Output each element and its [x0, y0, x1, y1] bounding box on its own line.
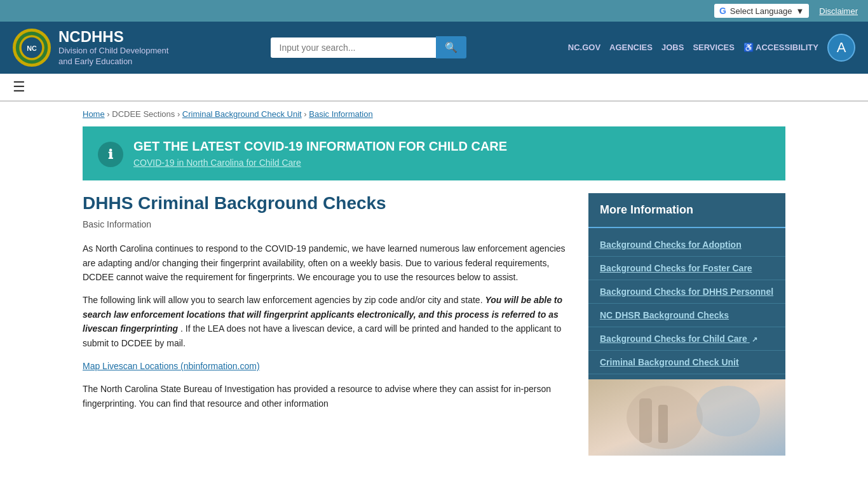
logo-svg: NC [15, 30, 49, 65]
info-banner-content: GET THE LATEST COVID-19 INFORMATION FOR … [133, 139, 507, 168]
paragraph-1: As North Carolina continues to respond t… [83, 241, 569, 284]
list-item: Background Checks for Foster Care [588, 257, 785, 280]
sidebar-link-foster[interactable]: Background Checks for Foster Care [588, 257, 785, 280]
sidebar-link-childcare[interactable]: Background Checks for Child Care ↗ [588, 327, 785, 350]
translate-chevron-icon: ▼ [796, 6, 804, 16]
nav-agencies[interactable]: AGENCIES [609, 43, 653, 52]
paragraph-3: The North Carolina State Bureau of Inves… [83, 382, 569, 410]
org-name: NCDHHS [58, 28, 168, 46]
sidebar: More Information Background Checks for A… [588, 193, 785, 456]
breadcrumb-current[interactable]: Basic Information [309, 109, 372, 119]
info-banner-icon: ℹ [98, 142, 123, 167]
org-subtitle: Division of Child Development and Early … [58, 46, 168, 67]
external-link-icon: ↗ [752, 336, 757, 344]
hamburger-menu-button[interactable]: ☰ [13, 79, 25, 95]
sidebar-link-adoption[interactable]: Background Checks for Adoption [588, 233, 785, 256]
banner-heading: GET THE LATEST COVID-19 INFORMATION FOR … [133, 139, 507, 154]
breadcrumb-sep2: › [177, 109, 182, 119]
search-area: 🔍 [271, 36, 466, 58]
sidebar-link-childcare-label: Background Checks for Child Care [600, 334, 747, 344]
breadcrumb-criminal[interactable]: Criminal Background Check Unit [182, 109, 302, 119]
disclaimer-link[interactable]: Disclaimer [819, 6, 858, 16]
breadcrumb-home[interactable]: Home [83, 109, 105, 119]
svg-text:NC: NC [27, 44, 37, 51]
page-title: DHHS Criminal Background Checks [83, 193, 569, 214]
banner-link[interactable]: COVID-19 in North Carolina for Child Car… [133, 158, 301, 168]
page-subtitle: Basic Information [83, 217, 569, 231]
svg-point-6 [696, 386, 760, 437]
paragraph-map: Map Livescan Locations (nbinformation.co… [83, 359, 569, 373]
sidebar-heading: More Information [588, 193, 785, 228]
header: NC NCDHHS Division of Child Development … [0, 22, 868, 74]
accessibility-icon: A [837, 39, 846, 56]
list-item: Background Checks for Adoption [588, 233, 785, 257]
logo: NC [13, 29, 51, 67]
search-button[interactable]: 🔍 [436, 36, 466, 58]
paragraph-2-pre: The following link will allow you to sea… [83, 295, 483, 305]
nav-accessibility-link[interactable]: ♿ ACCESSIBILITY [743, 43, 818, 52]
sidebar-link-unit[interactable]: Criminal Background Check Unit [588, 351, 785, 374]
nav-jobs[interactable]: JOBS [661, 43, 684, 52]
sidebar-link-foster-label: Background Checks for Foster Care [600, 263, 752, 273]
breadcrumb: Home › DCDEE Sections › Criminal Backgro… [0, 102, 868, 126]
org-subtitle-line2: and Early Education [58, 57, 132, 66]
nav-ncgov[interactable]: NC.GOV [568, 43, 600, 52]
info-banner: ℹ GET THE LATEST COVID-19 INFORMATION FO… [83, 126, 785, 180]
sidebar-link-dhsr[interactable]: NC DHSR Background Checks [588, 304, 785, 327]
sidebar-image [588, 379, 785, 456]
sidebar-image-svg [588, 379, 785, 456]
nav-services[interactable]: SERVICES [693, 43, 735, 52]
main-content: DHHS Criminal Background Checks Basic In… [83, 193, 785, 456]
header-nav: NC.GOV AGENCIES JOBS SERVICES ♿ ACCESSIB… [568, 34, 855, 62]
sidebar-link-adoption-label: Background Checks for Adoption [600, 240, 742, 250]
sidebar-links: Background Checks for Adoption Backgroun… [588, 228, 785, 379]
list-item: Criminal Background Check Unit [588, 351, 785, 374]
list-item: Background Checks for DHHS Personnel [588, 280, 785, 304]
content-left: DHHS Criminal Background Checks Basic In… [83, 193, 569, 456]
breadcrumb-dcdee: DCDEE Sections [112, 109, 175, 119]
list-item: NC DHSR Background Checks [588, 304, 785, 327]
sidebar-link-dhhs[interactable]: Background Checks for DHHS Personnel [588, 280, 785, 303]
google-g-icon: G [719, 6, 726, 16]
list-item: Background Checks for Child Care ↗ [588, 327, 785, 351]
header-left: NC NCDHHS Division of Child Development … [13, 28, 168, 67]
sidebar-link-unit-label: Criminal Background Check Unit [600, 357, 739, 367]
sidebar-link-dhhs-label: Background Checks for DHHS Personnel [600, 287, 773, 297]
sidebar-link-dhsr-label: NC DHSR Background Checks [600, 310, 729, 320]
map-link[interactable]: Map Livescan Locations (nbinformation.co… [83, 361, 260, 371]
nav-bar: ☰ [0, 74, 868, 102]
select-language-label: Select Language [730, 6, 792, 16]
paragraph-2: The following link will allow you to sea… [83, 293, 569, 350]
org-title: NCDHHS Division of Child Development and… [58, 28, 168, 67]
svg-rect-7 [639, 398, 652, 443]
sidebar-box: More Information Background Checks for A… [588, 193, 785, 379]
svg-rect-8 [658, 405, 668, 443]
search-input[interactable] [271, 37, 436, 58]
org-subtitle-line1: Division of Child Development [58, 46, 168, 55]
google-translate-widget[interactable]: G Select Language ▼ [714, 4, 809, 18]
top-bar: G Select Language ▼ Disclaimer [0, 0, 868, 22]
accessibility-button[interactable]: A [827, 34, 855, 62]
